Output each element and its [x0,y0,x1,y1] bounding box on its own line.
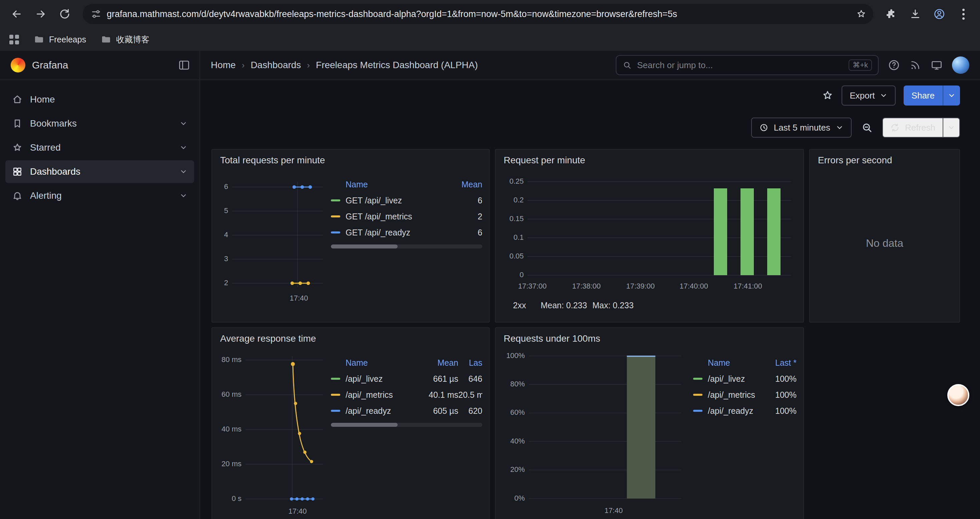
scrollbar-thumb[interactable] [331,244,398,249]
apps-grid-icon[interactable] [10,35,19,45]
panel-legend[interactable]: 2xx Mean: 0.233 Max: 0.233 [502,300,797,310]
svg-text:20 ms: 20 ms [221,460,242,468]
legend-col-last[interactable]: Las [458,358,482,368]
profile-button[interactable] [928,3,951,26]
assistant-avatar[interactable] [947,384,969,406]
download-icon [909,8,921,20]
sidebar-item-dashboards[interactable]: Dashboards [5,160,194,183]
svg-text:80%: 80% [510,380,525,388]
total-requests-chart[interactable]: 6 5 4 3 2 17:40 [219,168,326,310]
legend-row[interactable]: /api/_readyz 605 µs 620 [331,403,482,419]
series-mean: 605 µs [421,406,458,416]
scrollbar-thumb[interactable] [331,423,398,427]
search-box[interactable]: ⌘+k [616,55,878,75]
search-input[interactable] [637,60,843,70]
refresh-button[interactable]: Refresh [882,118,943,137]
help-button[interactable] [888,59,900,71]
breadcrumb-dashboards[interactable]: Dashboards [250,60,301,70]
breadcrumb-home[interactable]: Home [211,60,236,70]
svg-text:0.1: 0.1 [513,233,524,241]
sidebar-item-label: Dashboards [30,166,80,177]
legend-col-mean[interactable]: Mean [421,358,458,368]
time-range-picker[interactable]: Last 5 minutes [751,118,851,137]
legend-header: Name Last * [693,355,797,371]
svg-text:2: 2 [224,278,228,287]
url-input[interactable] [107,9,846,19]
under-100ms-chart[interactable]: 100% 80% 60% 40% 20% 0% 17:40 [502,347,688,517]
back-button[interactable] [5,3,28,26]
monitor-icon [931,59,943,71]
legend-col-last[interactable]: Last * [767,358,797,368]
svg-text:60%: 60% [510,408,525,417]
breadcrumb: Home › Dashboards › Freeleaps Metrics Da… [211,60,478,70]
zoom-out-button[interactable] [861,121,873,134]
series-mean: Mean: 0.233 [541,300,587,310]
sidebar-item-bookmarks[interactable]: Bookmarks [5,112,194,135]
legend-col-name[interactable]: Name [708,358,767,368]
sidebar-item-alerting[interactable]: Alerting [5,184,194,207]
bookmark-folder-blog[interactable]: 收藏博客 [101,34,150,45]
legend-row[interactable]: /api/_readyz 100% [693,403,797,419]
export-button[interactable]: Export [842,86,895,105]
panel-title[interactable]: Average response time [220,333,482,344]
reload-button[interactable] [53,3,76,26]
sidebar-item-home[interactable]: Home [5,88,194,111]
chevron-down-icon[interactable] [180,144,188,152]
panel-title[interactable]: Total requests per minute [220,155,482,166]
bookmark-label: Freeleaps [49,35,86,45]
avg-response-chart[interactable]: 80 ms 60 ms 40 ms 20 ms 0 s 17:40 [219,347,326,517]
svg-text:17:39:00: 17:39:00 [626,282,655,290]
no-data-message: No data [866,237,903,249]
legend-row[interactable]: /api/_metrics 100% [693,387,797,403]
legend-row[interactable]: /api/_livez 100% [693,371,797,387]
chevron-down-icon [948,91,956,99]
user-avatar[interactable] [952,56,969,74]
chevron-down-icon[interactable] [180,120,188,128]
extensions-button[interactable] [880,3,903,26]
sidebar-item-label: Alerting [30,190,62,201]
refresh-interval-button[interactable] [943,118,960,137]
panel-title[interactable]: Errors per second [818,155,953,166]
legend-scrollbar[interactable] [331,423,482,427]
legend-col-mean[interactable]: Mean [456,180,482,189]
url-bar[interactable] [83,4,873,24]
svg-text:40 ms: 40 ms [221,425,242,433]
forward-button[interactable] [29,3,52,26]
panel-title[interactable]: Request per minute [504,155,797,166]
legend-row[interactable]: /api/_livez 661 µs 646 [331,371,482,387]
bookmark-star-button[interactable] [852,5,870,23]
favorite-dashboard-button[interactable] [822,89,834,102]
request-per-minute-chart[interactable]: 0.25 0.2 0.15 0.1 0.05 0 17:37:00 17: [502,168,798,297]
series-color-dash [693,410,703,412]
legend-row[interactable]: GET /api/_metrics 2 [331,208,482,224]
collapse-sidebar-button[interactable] [178,59,190,71]
grafana-logo-icon[interactable] [11,58,25,72]
news-button[interactable] [909,59,921,71]
legend-col-name[interactable]: Name [345,180,456,189]
bookmark-folder-freeleaps[interactable]: Freeleaps [34,34,86,45]
refresh-icon [890,123,900,132]
legend-scrollbar[interactable] [331,244,482,249]
display-button[interactable] [931,59,943,71]
chevron-down-icon[interactable] [180,168,188,176]
legend-row[interactable]: /api/_metrics 40.1 ms 20.5 m [331,387,482,403]
site-settings-icon[interactable] [91,9,102,19]
dashboards-grid-icon [12,166,23,177]
svg-text:100%: 100% [506,351,525,360]
legend-row[interactable]: GET /api/_livez 6 [331,192,482,208]
panel-legend: Name Last * /api/_livez 100% [693,347,797,519]
grafana-body: Home Bookmarks Starred Dashboards [0,80,980,519]
share-label[interactable]: Share [904,86,943,105]
panel-title[interactable]: Requests under 100ms [504,333,797,344]
downloads-button[interactable] [904,3,927,26]
chevron-down-icon[interactable] [180,192,188,200]
legend-row[interactable]: GET /api/_readyz 6 [331,224,482,241]
sidebar-item-starred[interactable]: Starred [5,136,194,159]
legend-header: Name Mean [331,176,482,192]
share-button[interactable]: Share [904,86,960,105]
series-name: 2xx [513,300,526,310]
svg-text:3: 3 [224,254,228,263]
share-menu-button[interactable] [943,86,960,105]
legend-col-name[interactable]: Name [345,358,421,368]
browser-menu-button[interactable] [952,3,975,26]
